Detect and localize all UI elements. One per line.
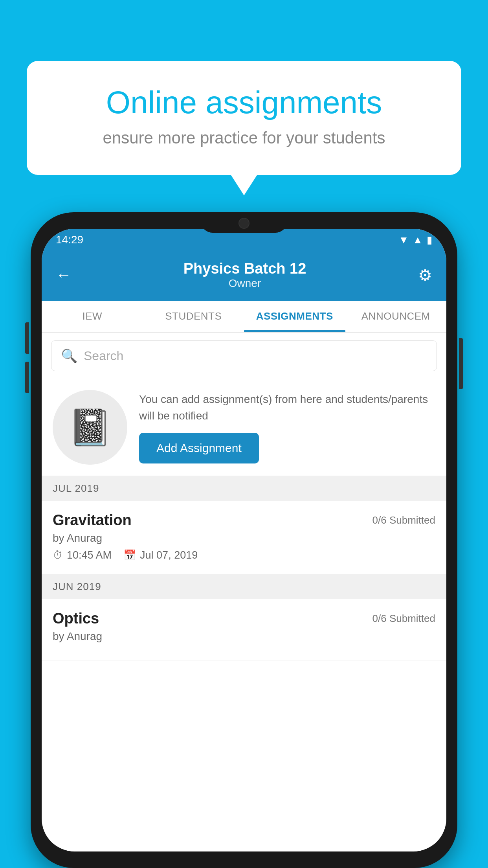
power-button[interactable] [459, 338, 463, 389]
assignment-date-gravitation: 📅 Jul 07, 2019 [123, 549, 198, 561]
assignment-gravitation[interactable]: Gravitation 0/6 Submitted by Anurag ⏱ 10… [42, 501, 446, 574]
signal-icon: ▲ [413, 234, 423, 246]
section-label-jun: JUN 2019 [53, 581, 101, 592]
tab-assignments[interactable]: ASSIGNMENTS [244, 301, 345, 332]
add-assignment-button[interactable]: Add Assignment [139, 433, 259, 463]
date-label: Jul 07, 2019 [140, 549, 198, 561]
clock-icon: ⏱ [53, 549, 63, 561]
section-jul-2019: JUL 2019 [42, 476, 446, 501]
section-jun-2019: JUN 2019 [42, 574, 446, 599]
assignment-submitted-optics: 0/6 Submitted [372, 612, 435, 625]
tabs-bar: IEW STUDENTS ASSIGNMENTS ANNOUNCEM [42, 301, 446, 333]
promo-card: Online assignments ensure more practice … [27, 61, 461, 175]
volume-up-button[interactable] [25, 322, 29, 354]
assignment-by-optics: by Anurag [53, 630, 435, 643]
assignment-meta-gravitation: ⏱ 10:45 AM 📅 Jul 07, 2019 [53, 549, 435, 561]
promo-description: You can add assignment(s) from here and … [139, 391, 435, 424]
batch-title: Physics Batch 12 [183, 260, 306, 277]
volume-down-button[interactable] [25, 362, 29, 393]
status-icons: ▼ ▲ ▮ [399, 234, 432, 246]
header-title-group: Physics Batch 12 Owner [183, 260, 306, 290]
speech-bubble: Online assignments ensure more practice … [27, 61, 461, 175]
promo-icon-circle: 📓 [53, 390, 127, 465]
status-time: 14:29 [56, 234, 83, 246]
search-icon: 🔍 [61, 348, 77, 364]
promo-title: Online assignments [58, 85, 430, 121]
add-assignment-promo: 📓 You can add assignment(s) from here an… [42, 379, 446, 476]
battery-icon: ▮ [427, 234, 432, 246]
batch-subtitle: Owner [183, 277, 306, 290]
assignment-name-gravitation: Gravitation [53, 512, 132, 529]
wifi-icon: ▼ [399, 234, 409, 246]
assignment-top-row: Gravitation 0/6 Submitted [53, 512, 435, 529]
search-input[interactable]: Search [84, 349, 123, 363]
section-label-jul: JUL 2019 [53, 482, 99, 494]
promo-content: You can add assignment(s) from here and … [139, 391, 435, 463]
assignment-by-gravitation: by Anurag [53, 532, 435, 544]
tab-iew[interactable]: IEW [42, 301, 143, 332]
tab-announcements[interactable]: ANNOUNCEM [345, 301, 447, 332]
assignment-optics[interactable]: Optics 0/6 Submitted by Anurag [42, 599, 446, 660]
back-button[interactable]: ← [56, 266, 72, 284]
assignment-time-gravitation: ⏱ 10:45 AM [53, 549, 112, 561]
calendar-icon: 📅 [123, 549, 136, 561]
assignment-submitted-gravitation: 0/6 Submitted [372, 514, 435, 526]
camera [238, 218, 250, 229]
assignment-name-optics: Optics [53, 610, 99, 627]
phone-notch [201, 212, 287, 233]
assignment-top-row-optics: Optics 0/6 Submitted [53, 610, 435, 627]
promo-subtitle: ensure more practice for your students [58, 129, 430, 147]
search-bar[interactable]: 🔍 Search [51, 340, 437, 371]
settings-icon[interactable]: ⚙ [418, 266, 432, 284]
time-label: 10:45 AM [67, 549, 112, 561]
phone-frame: 14:29 ▼ ▲ ▮ ← Physics Batch 12 Owner ⚙ I… [31, 212, 457, 868]
phone-screen: 14:29 ▼ ▲ ▮ ← Physics Batch 12 Owner ⚙ I… [42, 229, 446, 851]
search-container: 🔍 Search [42, 333, 446, 379]
notebook-icon: 📓 [68, 407, 112, 448]
tab-students[interactable]: STUDENTS [143, 301, 244, 332]
app-header: ← Physics Batch 12 Owner ⚙ [42, 251, 446, 301]
